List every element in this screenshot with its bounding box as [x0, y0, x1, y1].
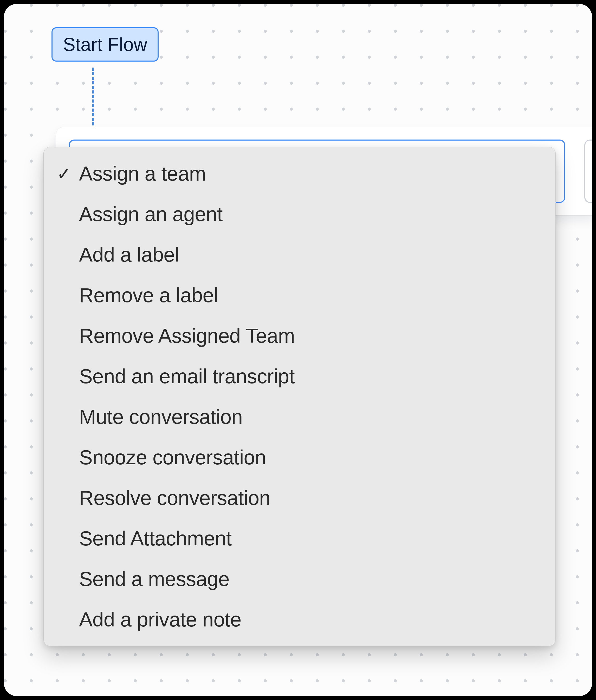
- flow-connector: [92, 68, 94, 130]
- dropdown-item-add-a-private-note[interactable]: Add a private note: [44, 599, 555, 640]
- dropdown-item-send-attachment[interactable]: Send Attachment: [44, 518, 555, 559]
- dropdown-item-send-an-email-transcript[interactable]: Send an email transcript: [44, 356, 555, 396]
- start-flow-node[interactable]: Start Flow: [51, 27, 158, 61]
- dropdown-item-label: Mute conversation: [79, 405, 243, 429]
- dropdown-item-label: Send a message: [79, 567, 229, 591]
- dropdown-item-resolve-conversation[interactable]: Resolve conversation: [44, 477, 555, 518]
- dropdown-item-assign-a-team[interactable]: ✓ Assign a team: [44, 153, 555, 194]
- dropdown-item-label: Send an email transcript: [79, 365, 295, 388]
- dropdown-item-snooze-conversation[interactable]: Snooze conversation: [44, 437, 555, 477]
- action-card-adjacent-field[interactable]: [584, 139, 592, 203]
- check-icon: ✓: [57, 163, 79, 184]
- action-dropdown: ✓ Assign a team Assign an agent Add a la…: [44, 147, 556, 646]
- dropdown-item-label: Resolve conversation: [79, 486, 270, 510]
- dropdown-item-remove-assigned-team[interactable]: Remove Assigned Team: [44, 315, 555, 356]
- dropdown-item-label: Snooze conversation: [79, 446, 266, 469]
- dropdown-item-label: Remove Assigned Team: [79, 324, 295, 348]
- dropdown-item-send-a-message[interactable]: Send a message: [44, 559, 555, 599]
- dropdown-item-assign-an-agent[interactable]: Assign an agent: [44, 194, 555, 234]
- dropdown-item-label: Assign an agent: [79, 202, 223, 226]
- dropdown-item-label: Assign a team: [79, 162, 206, 185]
- dropdown-item-label: Remove a label: [79, 284, 218, 307]
- dropdown-item-label: Send Attachment: [79, 527, 232, 550]
- start-flow-label: Start Flow: [63, 34, 147, 55]
- dropdown-item-label: Add a label: [79, 243, 179, 266]
- flow-canvas[interactable]: Start Flow ✓ Assign a team Assign an age…: [4, 4, 592, 696]
- dropdown-item-mute-conversation[interactable]: Mute conversation: [44, 396, 555, 437]
- dropdown-item-label: Add a private note: [79, 608, 241, 631]
- dropdown-item-add-a-label[interactable]: Add a label: [44, 234, 555, 275]
- dropdown-item-remove-a-label[interactable]: Remove a label: [44, 275, 555, 315]
